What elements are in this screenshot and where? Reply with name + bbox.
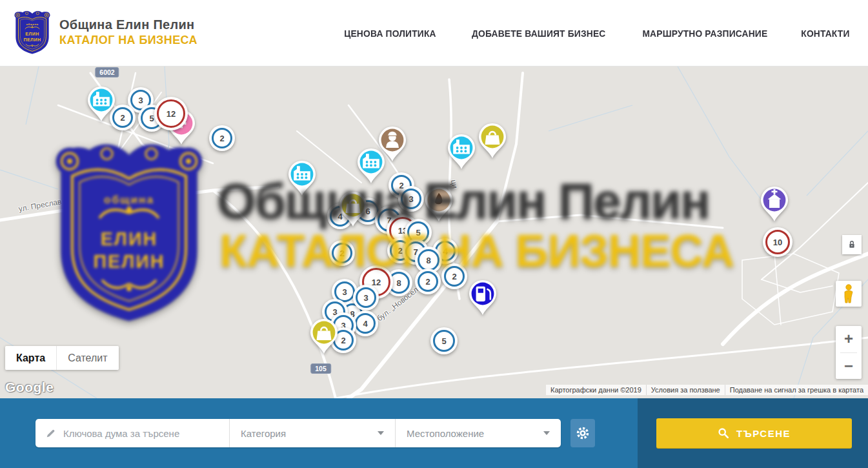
google-logo[interactable]: Google xyxy=(5,380,54,395)
map-canvas[interactable]: 6002105ул. Преславбул. „Новоселци 325122… xyxy=(0,66,868,398)
chevron-down-icon xyxy=(378,431,384,435)
map-cluster-marker[interactable]: 2 xyxy=(329,240,355,266)
map-type-map-button[interactable]: Карта xyxy=(5,346,56,370)
site-title: Община Елин Пелин xyxy=(59,17,197,32)
map-pin-factory[interactable] xyxy=(87,86,116,125)
lock-icon[interactable] xyxy=(842,235,862,254)
keyword-field[interactable] xyxy=(35,419,230,447)
zoom-control: + − xyxy=(836,326,862,379)
zoom-out-button[interactable]: − xyxy=(836,353,862,380)
map-type-switch: Карта Сателит xyxy=(5,346,119,370)
main-navigation: ЦЕНОВА ПОЛИТИКА ДОБАВЕТЕ ВАШИЯТ БИЗНЕС М… xyxy=(340,0,852,66)
search-input[interactable] xyxy=(63,428,218,439)
chevron-down-icon xyxy=(543,431,550,435)
report-map-error-link[interactable]: Подаване на сигнал за грешка в картата xyxy=(725,385,868,395)
road-number-badge: 105 xyxy=(310,363,331,374)
page: 6002105ул. Преславбул. „Новоселци 325122… xyxy=(0,0,868,468)
nav-item-add-business[interactable]: ДОБАВЕТЕ ВАШИЯТ БИЗНЕС xyxy=(472,28,605,39)
map-pin-factory[interactable] xyxy=(447,134,476,172)
nav-item-contacts[interactable]: КОНТАКТИ xyxy=(801,28,849,39)
map-pin-flame[interactable] xyxy=(425,186,453,225)
search-button[interactable]: ТЪРСЕНЕ xyxy=(656,418,852,448)
map-cluster-marker[interactable]: 5 xyxy=(430,327,458,354)
map-cluster-marker[interactable]: 10 xyxy=(763,227,792,257)
municipality-crest-logo: община ЕЛИН ПЕЛИН xyxy=(14,10,50,55)
map-cluster-marker[interactable]: 2 xyxy=(441,263,467,289)
map-pin-church[interactable] xyxy=(760,186,789,225)
search-button-label: ТЪРСЕНЕ xyxy=(736,428,791,439)
pencil-icon xyxy=(45,428,56,439)
gear-icon xyxy=(576,426,590,440)
category-dropdown[interactable]: Категория xyxy=(230,419,396,447)
map-pin-bag[interactable] xyxy=(478,123,507,161)
search-bar: Категория Местоположение ТЪРСЕНЕ xyxy=(0,398,868,468)
pegman-street-view-control[interactable] xyxy=(836,281,862,307)
location-dropdown-label: Местоположение xyxy=(407,428,484,439)
map-attribution: Картографски данни ©2019 Условия за полз… xyxy=(546,385,868,395)
map-pin-worker[interactable] xyxy=(378,126,407,165)
road-number-badge: 6002 xyxy=(95,67,119,77)
map-cluster-marker[interactable]: 2 xyxy=(209,125,235,151)
site-subtitle: КАТАЛОГ НА БИЗНЕСА xyxy=(59,34,197,47)
map-pin-fuel[interactable] xyxy=(469,280,497,318)
map-pin-bag[interactable] xyxy=(339,191,367,230)
brand[interactable]: община ЕЛИН ПЕЛИН Община Елин Пелин КАТА… xyxy=(14,10,197,55)
crest-name-line2: ПЕЛИН xyxy=(23,37,41,42)
terms-of-use-link[interactable]: Условия за ползване xyxy=(646,385,725,395)
location-dropdown[interactable]: Местоположение xyxy=(396,419,561,447)
zoom-in-button[interactable]: + xyxy=(836,326,862,352)
nav-item-route-schedule[interactable]: МАРШРУТНО РАЗПИСАНИЕ xyxy=(643,28,768,39)
search-fields-group: Категория Местоположение xyxy=(35,419,561,447)
map-pin-bag[interactable] xyxy=(310,318,338,357)
map-cluster-marker[interactable]: 12 xyxy=(154,97,188,130)
header: община ЕЛИН ПЕЛИН Община Елин Пелин КАТА… xyxy=(0,0,868,66)
map-copyright-text: Картографски данни ©2019 xyxy=(546,385,646,395)
map-pin-factory[interactable] xyxy=(288,160,316,199)
advanced-settings-button[interactable] xyxy=(570,419,595,447)
search-icon xyxy=(718,427,729,439)
crest-top-label: община xyxy=(26,23,39,26)
map-type-satellite-button[interactable]: Сателит xyxy=(56,346,118,370)
map-cluster-marker[interactable]: 4 xyxy=(352,310,378,336)
map-cluster-marker[interactable]: 3 xyxy=(353,285,379,310)
category-dropdown-label: Категория xyxy=(241,428,286,439)
nav-item-pricing[interactable]: ЦЕНОВА ПОЛИТИКА xyxy=(344,28,436,39)
crest-name-line1: ЕЛИН xyxy=(25,32,39,36)
map-cluster-marker[interactable]: 2 xyxy=(415,269,441,294)
brand-text: Община Елин Пелин КАТАЛОГ НА БИЗНЕСА xyxy=(59,17,197,47)
